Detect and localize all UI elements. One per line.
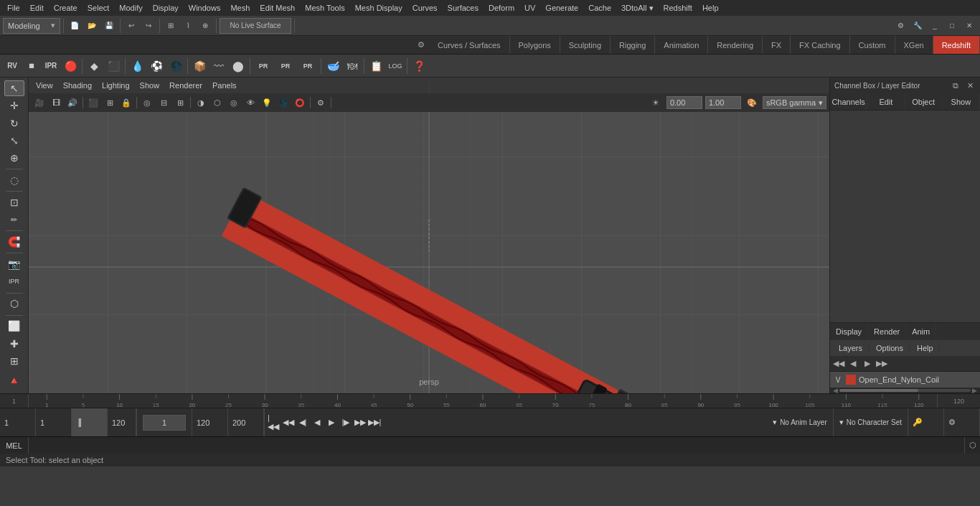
anim-layer-dropdown[interactable]: ▾ No Anim Layer [767,408,834,436]
shelf-tab-xgen[interactable]: XGen [895,36,933,54]
vp-menu-lighting[interactable]: Lighting [98,80,134,91]
vp-menu-view[interactable]: View [32,80,57,91]
vp-hud-btn[interactable]: ⊟ [156,95,171,110]
panel-close-btn[interactable]: ✕ [964,80,976,91]
shelf-tab-animation[interactable]: Animation [655,36,708,54]
vp-menu-renderer[interactable]: Renderer [165,80,207,91]
ch-tab-object[interactable]: Object [905,93,943,110]
shelf-icon-pr1[interactable]: PR [253,57,274,75]
lc-help-menu[interactable]: Help [911,344,940,352]
shelf-icon-circle[interactable]: ⬤ [229,57,248,75]
move-tool-btn[interactable]: ✛ [4,98,24,113]
vp-exposure-icon[interactable]: ☀ [648,95,664,110]
menu-mesh-tools[interactable]: Mesh Tools [301,2,349,14]
menu-curves[interactable]: Curves [408,2,442,14]
frame-current-field[interactable]: 1 [36,408,72,436]
max-end-field[interactable]: 200 [228,408,264,436]
lc-layers-menu[interactable]: Layers [833,344,869,352]
menu-windows[interactable]: Windows [184,2,225,14]
layer-item[interactable]: V Open_End_Nylon_Coil [830,372,980,388]
vp-value1[interactable]: 0.00 [666,96,702,109]
lc-options-menu[interactable]: Options [870,344,910,352]
shelf-tab-fx[interactable]: FX [763,36,791,54]
play-fwd-btn[interactable]: ▶ [325,416,338,429]
vp-colorspace-icon[interactable]: 🎨 [744,95,760,110]
vp-settings-btn[interactable]: ⚙ [313,95,329,110]
menu-help[interactable]: Help [698,2,723,14]
menu-cache[interactable]: Cache [584,2,616,14]
shelf-icon-render-bowl[interactable]: 🥣 [324,57,342,75]
max-frame-field[interactable]: 120 [192,408,228,436]
layer-nav-fwd-btn[interactable]: ▶ [862,358,873,370]
menu-file[interactable]: File [3,2,24,14]
shelf-icon-geo1[interactable]: ◆ [85,57,103,75]
prev-key-btn[interactable]: ◀ [311,416,324,429]
shelf-icon-rs1[interactable]: 🔴 [61,57,80,75]
vp-grid-btn[interactable]: ⊞ [172,95,188,110]
panel-expand-btn[interactable]: ⧉ [950,80,961,91]
maximize-icon[interactable]: □ [944,18,960,34]
command-expand-btn[interactable]: ⬡ [964,437,980,454]
anim-settings-btn[interactable]: ⚙ [944,408,980,436]
snap-curve-btn[interactable]: ⌇ [180,18,196,34]
lt-tab-anim[interactable]: Anim [906,323,936,340]
next-key-btn[interactable]: |▶ [339,416,352,429]
shelf-icon-ipr[interactable]: IPR [42,57,60,75]
shelf-icon-geo2[interactable]: ⬛ [104,57,123,75]
viewport-inner[interactable]: y x z persp [29,78,829,393]
shelf-tab-rendering[interactable]: Rendering [708,36,763,54]
menu-surfaces[interactable]: Surfaces [443,2,483,14]
menu-mesh[interactable]: Mesh [226,2,254,14]
shelf-tab-custom[interactable]: Custom [850,36,895,54]
shelf-icon-render-plate[interactable]: 🍽 [343,57,362,75]
shelf-tab-fx-caching[interactable]: FX Caching [791,36,849,54]
ch-tab-channels[interactable]: Channels [830,93,867,110]
vp-ao-btn[interactable]: ⭕ [292,95,308,110]
ipr-btn[interactable]: IPR [4,273,24,289]
menu-edit[interactable]: Edit [26,2,48,14]
vp-menu-show[interactable]: Show [136,80,164,91]
vp-x-ray-btn[interactable]: ◎ [226,95,242,110]
close-icon[interactable]: ✕ [961,18,977,34]
vp-shadow-btn[interactable]: 🌑 [275,95,291,110]
render-settings-icon[interactable]: ⚙ [892,18,908,34]
rotate-tool-btn[interactable]: ↻ [4,115,24,131]
shelf-tab-curves-surfaces[interactable]: Curves / Surfaces [429,36,509,54]
vp-audio-btn[interactable]: 🔊 [65,95,80,110]
vp-menu-panels[interactable]: Panels [208,80,241,91]
script-lang-selector[interactable]: MEL [0,437,29,454]
shelf-tab-sculpting[interactable]: Sculpting [560,36,611,54]
shelf-icon-wave[interactable]: 〰 [209,57,228,75]
frame-start-field[interactable]: 1 [0,408,36,436]
vp-mask-btn[interactable]: ⬛ [85,95,101,110]
shelf-icon-ipr-stop[interactable]: ⏹ [22,57,41,75]
go-start-btn[interactable]: |◀◀ [268,416,281,429]
ch-tab-show[interactable]: Show [943,93,980,110]
vp-wire-btn[interactable]: ⬡ [209,95,225,110]
prev-frame-btn[interactable]: ◀| [296,416,309,429]
shelf-icon-pr2[interactable]: PR [275,57,296,75]
vp-menu-shading[interactable]: Shading [59,80,96,91]
open-file-btn[interactable]: 📂 [84,18,100,34]
xform-btn[interactable]: ⬜ [4,318,24,334]
shelf-icon-help[interactable]: ❓ [410,57,428,75]
show-manip-btn[interactable]: ⬡ [4,296,24,311]
layer-scroll-track[interactable] [839,389,971,392]
shelf-tab-redshift[interactable]: Redshift [933,36,980,54]
timeline-area[interactable]: 1 1 5 10 15 20 25 30 35 [0,393,980,408]
universal-manip-btn[interactable]: ⊕ [4,150,24,166]
menu-display[interactable]: Display [149,2,183,14]
menu-3dtoall[interactable]: 3DtoAll ▾ [617,2,658,14]
shelf-icon-log[interactable]: LOG [386,57,405,75]
layer-nav-next-btn[interactable]: ▶▶ [876,358,887,370]
frame-box[interactable]: ▐ [72,408,108,436]
custom-btn[interactable]: ✚ [4,336,24,352]
layer-color-swatch[interactable] [846,375,856,385]
timeline-ruler[interactable]: 1 5 10 15 20 25 30 35 40 45 50 [29,394,937,408]
menu-redshift[interactable]: Redshift [659,2,697,14]
shelf-settings-btn[interactable]: ⚙ [413,36,429,54]
save-file-btn[interactable]: 💾 [101,18,117,34]
viewport[interactable]: View Shading Lighting Show Renderer Pane… [29,78,829,393]
new-file-btn[interactable]: 📄 [67,18,83,34]
render-btn[interactable]: 📷 [4,256,24,272]
